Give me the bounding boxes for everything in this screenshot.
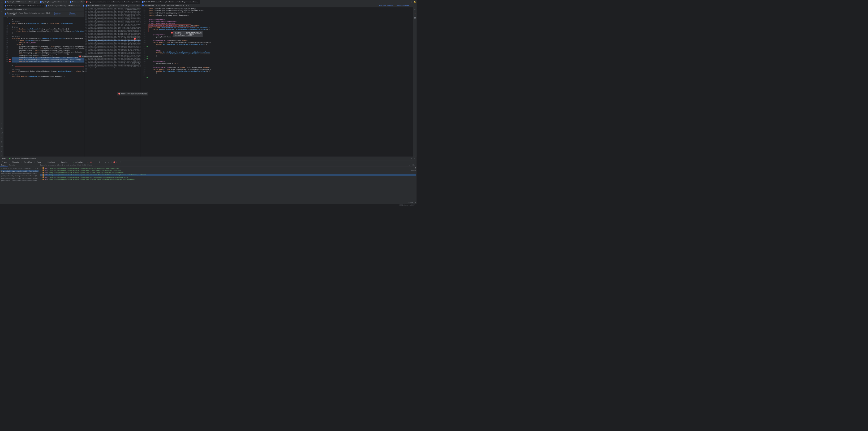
overhead-btn[interactable]: Overhead: [47, 161, 56, 163]
bug-icon[interactable]: ⚙: [1, 127, 3, 129]
choose-sources-link[interactable]: Choose Sources...: [69, 12, 83, 15]
step-over-icon[interactable]: ↷: [102, 161, 104, 163]
tab-enable-ac[interactable]: EnableAutoConfiguration.class: [68, 0, 85, 4]
tab-embedded-right[interactable]: EmbeddedWebServerFactoryCustomizerAutoCo…: [141, 0, 200, 4]
expand-icon[interactable]: ⤢: [414, 164, 415, 166]
spring-icon: ✿: [72, 161, 73, 163]
left-toolbar: ▢ ⌕ ⋯ T ⚙ ⎇ ▷ ⊡ ⧉ ⊘ ⚠: [0, 0, 3, 157]
threads-subtab[interactable]: Threads: [8, 164, 16, 167]
actuator-btn[interactable]: Actuator: [75, 161, 84, 163]
project-icon[interactable]: ▢: [1, 1, 3, 3]
tab-imports-file[interactable]: org.springframework.boot.autoconfigure.A…: [85, 0, 141, 4]
choose-sources-link[interactable]: Choose Sources...: [396, 4, 412, 6]
remove-icon[interactable]: −: [411, 164, 411, 166]
dropdown-icon[interactable]: ▾: [37, 168, 38, 169]
gear-icon[interactable]: ⚙: [415, 167, 416, 169]
memory-btn[interactable]: Memory: [36, 161, 43, 163]
mute-bp-icon[interactable]: ⊘: [116, 161, 118, 163]
threads-btn[interactable]: Threads: [11, 161, 20, 163]
debug-panel: Debug ⬤ SpringBoot302DemoApplication — ⊟…: [0, 157, 417, 204]
tab-demo-app[interactable]: SpringBoot302DemoApplication.java: [3, 0, 39, 4]
frame-row[interactable]: processGroupImports:743, ConfigurationCl…: [1, 177, 39, 179]
tab-row-right: EmbeddedWebServerFactoryCustomizerAutoCo…: [141, 0, 413, 4]
annotation-4: 4 自动读取server相关配置文件并装配到 ServerProperties对…: [173, 31, 203, 37]
step-into-icon[interactable]: ↓: [105, 161, 107, 163]
download-sources-link[interactable]: Download Sources: [54, 12, 67, 15]
plugin-icon[interactable]: ⬤: [414, 17, 416, 19]
more-debug-icon[interactable]: ⋮: [119, 161, 121, 163]
banner-text: Decompiled .class file, bytecode version…: [145, 4, 192, 6]
resume-icon[interactable]: ▸: [96, 161, 98, 163]
tab-label: EmbeddedWebServerFactoryCustomizerAutoCo…: [88, 5, 141, 7]
tab-row-mid: org.springframework.boot.autoconfigure.A…: [85, 0, 141, 4]
tab-row-2: AutoConfigurationImportSelector.class× A…: [3, 4, 85, 7]
frame-row[interactable]: getImports:813, ConfigurationClassParser…: [1, 175, 39, 177]
structure-icon[interactable]: ⌕: [1, 6, 3, 8]
close-icon[interactable]: ×: [197, 1, 199, 3]
warn-icon[interactable]: ⚠: [1, 155, 3, 157]
add-icon[interactable]: +: [409, 164, 410, 166]
terminal-icon[interactable]: ⧉: [1, 145, 3, 147]
console-btn[interactable]: Console: [60, 161, 68, 163]
banner-text: Decompiled .class file, bytecode version…: [7, 12, 53, 15]
problems-icon[interactable]: ⊘: [1, 150, 3, 152]
tab-sb-app[interactable]: SpringBootApplication.class: [39, 0, 68, 4]
more-icon[interactable]: ⋯: [1, 10, 3, 12]
watermark: CSDN @CoderJia程序甲: [399, 204, 415, 206]
tab-filtering-cond[interactable]: FilteringSpringBootCondition.class: [82, 4, 85, 7]
check-icon: ✓: [137, 8, 138, 10]
annotation-1: 1 筛选到符合条件的自动配置类: [78, 55, 103, 58]
git-icon[interactable]: ⎇: [1, 132, 3, 134]
tab-import-candidates[interactable]: ImportCandidates.class: [3, 8, 29, 11]
tab-row-3: ImportCandidates.class: [3, 8, 85, 11]
debug-tab[interactable]: Debug: [1, 157, 7, 160]
minimize-icon[interactable]: —: [411, 158, 413, 159]
view-bp-icon[interactable]: ⬤: [113, 161, 115, 163]
tab-label: EmbeddedWebServerFactoryCustomizerAutoCo…: [144, 1, 197, 3]
tab-row-1: SpringBoot302DemoApplication.java Spring…: [3, 0, 85, 4]
frame-row[interactable]: process:430, AutoConfigurationImportSele…: [1, 172, 39, 174]
right-toolbar: 🔔 ✦ ⊟ m ⬤: [413, 0, 416, 157]
tab-overflow-icon[interactable]: ⋮: [410, 1, 413, 3]
frames-subtab[interactable]: Frames: [0, 164, 8, 167]
frames-btn[interactable]: Frames: [1, 161, 8, 163]
code-editor-right[interactable]: 2122232425262829303132333435363738394041…: [141, 7, 413, 157]
code-editor-left[interactable]: 7071727576777880818283848586878889909192…: [3, 17, 85, 157]
maven-icon[interactable]: m: [414, 13, 416, 15]
download-sources-link[interactable]: Download Sources: [379, 4, 393, 6]
stop-icon[interactable]: ■: [91, 161, 92, 163]
filter-icon[interactable]: ▽: [35, 168, 36, 169]
tab-import-selector[interactable]: AutoConfigurationImportSelector.class×: [3, 4, 44, 7]
variables-btn[interactable]: Variables: [23, 161, 33, 163]
m-icon[interactable]: M: [412, 164, 413, 166]
ai-icon[interactable]: ✦: [414, 5, 416, 7]
variables-panel: Evaluate expression (Enter) or add a wat…: [39, 164, 417, 204]
search-icon[interactable]: ⌕: [413, 167, 414, 169]
notif-icon[interactable]: 🔔: [414, 1, 416, 3]
pause-icon[interactable]: ⏸: [99, 161, 101, 163]
frames-panel: Frames Threads ✓ "main"@1 in group "main…: [0, 164, 39, 204]
badge-4: 4: [171, 32, 173, 34]
badge-2: 2: [118, 93, 120, 94]
tab-embedded-mid[interactable]: EmbeddedWebServerFactoryCustomizerAutoCo…: [85, 4, 141, 7]
thread-row[interactable]: ✓ "main"@1 in group "main": RUNNING ▽ ▾: [1, 167, 39, 170]
db-icon[interactable]: ⊟: [414, 9, 416, 11]
frame-row-current[interactable]: ↳ getAutoConfigurationEntry:132, AutoCon…: [1, 170, 39, 172]
tool-icon[interactable]: T: [1, 123, 3, 125]
step-out-icon[interactable]: ↑: [108, 161, 110, 163]
tab-label: AutoConfigurationImportSelector.class: [7, 5, 41, 7]
annotation-text: 筛选到符合条件的自动配置类: [82, 56, 102, 57]
eval-hint[interactable]: Evaluate expression (Enter) or add a wat…: [40, 164, 92, 166]
tab-import-filter[interactable]: AutoConfigurationImportFilter.class: [44, 4, 82, 7]
annotation-text: ServerProperties对象中: [175, 34, 202, 36]
code-editor-middle[interactable]: Reader Mode ✓ 11011111211311411511611711…: [85, 8, 141, 157]
run-icon[interactable]: ▷: [1, 136, 3, 138]
rerun-icon[interactable]: ↻: [88, 161, 89, 163]
close-icon[interactable]: ×: [42, 5, 43, 6]
tab-label: EnableAutoConfiguration.class: [72, 1, 85, 3]
thread-name: "main"@1 in group "main": RUNNING: [3, 168, 31, 169]
hide-icon[interactable]: ⊟: [414, 158, 416, 159]
debug-icon[interactable]: ⊡: [1, 141, 3, 143]
frame-row[interactable]: process:714, ConfigurationClassParser$De…: [1, 179, 39, 182]
reader-mode-label[interactable]: Reader Mode: [127, 8, 136, 10]
